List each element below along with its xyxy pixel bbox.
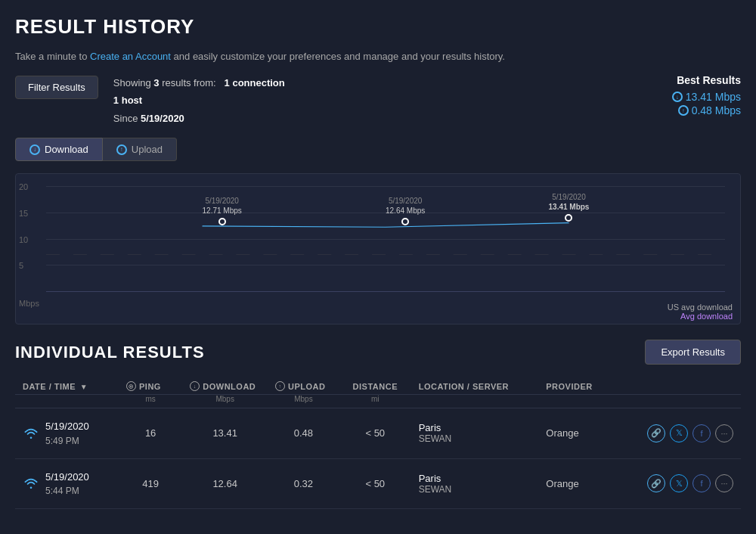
data-dot-1 <box>218 218 226 225</box>
cell-provider-1: Orange <box>538 458 634 509</box>
col-header-location: LOCATION / SERVER <box>411 377 539 395</box>
action-more-1[interactable]: ··· <box>715 474 733 492</box>
action-link-1[interactable]: 🔗 <box>647 474 665 492</box>
cell-datetime-1: 5/19/2020 5:44 PM <box>15 458 119 509</box>
chart-area: 20 15 10 5 5/19/2020 12.71 Mbps 5/19/202… <box>46 186 725 292</box>
results-table: DATE / TIME ▼ ◎ PING ↓ DOWNLOAD ↑ UPLOAD <box>15 377 741 509</box>
data-dot-3 <box>565 214 572 222</box>
chart-container: 20 15 10 5 5/19/2020 12.71 Mbps 5/19/202… <box>15 173 741 324</box>
action-more-0[interactable]: ··· <box>715 424 733 442</box>
section-header: INDIVIDUAL RESULTS Export Results <box>15 340 741 365</box>
col-sub-ping: ms <box>119 395 182 408</box>
filter-results-button[interactable]: Filter Results <box>15 76 98 99</box>
meta-row: Filter Results Showing 3 results from: 1… <box>15 74 741 127</box>
col-sub-download: Mbps <box>182 395 268 408</box>
col-header-actions <box>634 377 741 395</box>
meta-left: Filter Results Showing 3 results from: 1… <box>15 74 285 127</box>
subtitle: Take a minute to Create an Account and e… <box>15 51 741 62</box>
cell-ping-1: 419 <box>119 458 182 509</box>
download-tab-icon: ↓ <box>29 144 40 155</box>
create-account-link[interactable]: Create an Account <box>90 51 171 62</box>
table-row: 5/19/2020 5:44 PM 419 12.64 0.32 < 50 Pa… <box>15 458 741 509</box>
col-sub-datetime <box>15 395 119 408</box>
download-circle-icon: ↓ <box>672 92 683 102</box>
chart-legend: US avg download Avg download <box>668 303 733 321</box>
tab-download[interactable]: ↓ Download <box>15 138 103 161</box>
table-row: 5/19/2020 5:49 PM 16 13.41 0.48 < 50 Par… <box>15 408 741 459</box>
cell-time-0: 5:49 PM <box>45 434 89 448</box>
chart-legend-avg: Avg download <box>668 312 733 321</box>
page-title: RESULT HISTORY <box>15 15 741 39</box>
meta-stats: Showing 3 results from: 1 connection 1 h… <box>113 74 285 127</box>
cell-ping-0: 16 <box>119 408 182 459</box>
col-header-distance: DISTANCE <box>339 377 411 395</box>
cell-distance-0: < 50 <box>339 408 411 459</box>
chart-legend-us: US avg download <box>668 303 733 312</box>
sort-arrow-datetime: ▼ <box>80 383 88 391</box>
cell-actions-1: 🔗 𝕏 f ··· <box>634 458 741 509</box>
ping-icon: ◎ <box>126 381 136 391</box>
action-twitter-1[interactable]: 𝕏 <box>670 474 688 492</box>
cell-date-0: 5/19/2020 <box>45 419 89 434</box>
cell-provider-0: Orange <box>538 408 634 459</box>
cell-location-1: Paris SEWAN <box>411 458 539 509</box>
cell-date-1: 5/19/2020 <box>45 470 89 485</box>
tab-upload[interactable]: ↑ Upload <box>103 138 177 161</box>
col-header-provider: PROVIDER <box>538 377 634 395</box>
col-header-ping: ◎ PING <box>119 377 182 395</box>
wifi-icon-1 <box>23 477 39 489</box>
upload-tab-icon: ↑ <box>116 144 127 155</box>
data-point-1: 5/19/2020 12.71 Mbps <box>203 197 242 225</box>
action-link-0[interactable]: 🔗 <box>647 424 665 442</box>
chart-mbps-label: Mbps <box>19 299 39 308</box>
upload-col-icon: ↑ <box>275 381 285 391</box>
col-header-datetime[interactable]: DATE / TIME ▼ <box>15 377 119 395</box>
cell-download-0: 13.41 <box>182 408 268 459</box>
col-sub-upload: Mbps <box>268 395 339 408</box>
best-results-title: Best Results <box>672 74 741 86</box>
cell-upload-0: 0.48 <box>268 408 339 459</box>
wifi-icon-0 <box>23 427 39 439</box>
data-dot-2 <box>401 218 409 225</box>
cell-upload-1: 0.32 <box>268 458 339 509</box>
best-download: ↓ 13.41 Mbps <box>672 91 741 103</box>
cell-actions-0: 🔗 𝕏 f ··· <box>634 408 741 459</box>
col-header-upload: ↑ UPLOAD <box>268 377 339 395</box>
action-facebook-1[interactable]: f <box>692 474 711 492</box>
export-results-button[interactable]: Export Results <box>645 340 741 365</box>
cell-distance-1: < 50 <box>339 458 411 509</box>
cell-location-0: Paris SEWAN <box>411 408 539 459</box>
cell-time-1: 5:44 PM <box>45 484 89 498</box>
cell-download-1: 12.64 <box>182 458 268 509</box>
data-point-3: 5/19/2020 13.41 Mbps <box>549 193 590 222</box>
action-twitter-0[interactable]: 𝕏 <box>670 424 688 442</box>
cell-datetime-0: 5/19/2020 5:49 PM <box>15 408 119 459</box>
col-sub-distance: mi <box>339 395 411 408</box>
chart-tabs: ↓ Download ↑ Upload <box>15 138 741 161</box>
upload-circle-icon: ↑ <box>678 105 689 116</box>
download-col-icon: ↓ <box>190 381 200 391</box>
best-upload: ↑ 0.48 Mbps <box>672 104 741 116</box>
data-point-2: 5/19/2020 12.64 Mbps <box>386 197 425 225</box>
best-results: Best Results ↓ 13.41 Mbps ↑ 0.48 Mbps <box>672 74 741 118</box>
action-facebook-0[interactable]: f <box>692 424 711 442</box>
col-header-download: ↓ DOWNLOAD <box>182 377 268 395</box>
individual-results-title: INDIVIDUAL RESULTS <box>15 343 205 362</box>
